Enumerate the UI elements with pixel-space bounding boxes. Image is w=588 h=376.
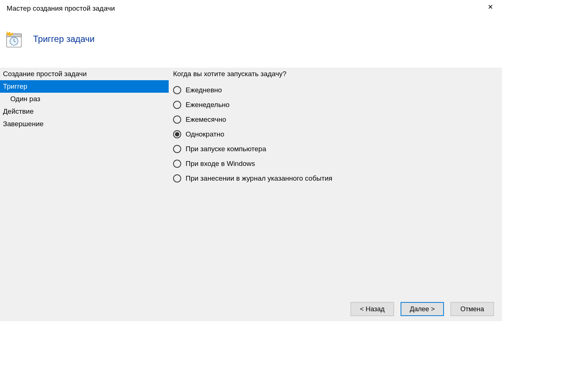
radio-label: Ежемесячно bbox=[186, 116, 226, 124]
radio-icon bbox=[173, 130, 181, 138]
radio-icon bbox=[173, 145, 181, 153]
radio-at-logon[interactable]: При входе в Windows bbox=[173, 160, 498, 168]
next-button[interactable]: Далее > bbox=[401, 302, 444, 316]
radio-label: При входе в Windows bbox=[186, 160, 255, 168]
back-button[interactable]: < Назад bbox=[351, 302, 394, 316]
cancel-button[interactable]: Отмена bbox=[451, 302, 494, 316]
radio-label: Ежедневно bbox=[186, 86, 222, 94]
radio-daily[interactable]: Ежедневно bbox=[173, 86, 498, 94]
titlebar: Мастер создания простой задачи ✕ bbox=[0, 0, 502, 16]
radio-label: Однократно bbox=[186, 130, 224, 138]
trigger-question: Когда вы хотите запускать задачу? bbox=[173, 68, 498, 78]
sidebar-item-finish[interactable]: Завершение bbox=[0, 118, 169, 130]
radio-monthly[interactable]: Ежемесячно bbox=[173, 116, 498, 124]
radio-label: Еженедельно bbox=[186, 101, 230, 109]
radio-once[interactable]: Однократно bbox=[173, 130, 498, 138]
sidebar-item-trigger[interactable]: Триггер bbox=[0, 80, 169, 93]
content-area: Создание простой задачи Триггер Один раз… bbox=[0, 68, 502, 297]
main-panel: Когда вы хотите запускать задачу? Ежедне… bbox=[169, 68, 502, 297]
radio-icon bbox=[173, 160, 181, 168]
radio-label: При запуске компьютера bbox=[186, 145, 266, 153]
radio-icon bbox=[173, 86, 181, 94]
trigger-radio-group: Ежедневно Еженедельно Ежемесячно Однокра… bbox=[173, 86, 498, 182]
wizard-header: Триггер задачи bbox=[0, 16, 502, 68]
sidebar-item-once[interactable]: Один раз bbox=[0, 93, 169, 105]
radio-on-event[interactable]: При занесении в журнал указанного событи… bbox=[173, 174, 498, 182]
sidebar-item-create-task[interactable]: Создание простой задачи bbox=[0, 68, 169, 80]
page-title: Триггер задачи bbox=[33, 34, 95, 44]
task-scheduler-icon bbox=[4, 29, 24, 49]
close-icon[interactable]: ✕ bbox=[485, 3, 495, 11]
wizard-sidebar: Создание простой задачи Триггер Один раз… bbox=[0, 68, 169, 297]
window-title: Мастер создания простой задачи bbox=[7, 4, 115, 13]
radio-icon bbox=[173, 174, 181, 182]
wizard-footer: < Назад Далее > Отмена bbox=[0, 297, 502, 321]
sidebar-item-action[interactable]: Действие bbox=[0, 105, 169, 118]
radio-label: При занесении в журнал указанного событи… bbox=[186, 174, 332, 182]
radio-icon bbox=[173, 101, 181, 109]
radio-weekly[interactable]: Еженедельно bbox=[173, 101, 498, 109]
radio-icon bbox=[173, 116, 181, 124]
radio-at-startup[interactable]: При запуске компьютера bbox=[173, 145, 498, 153]
